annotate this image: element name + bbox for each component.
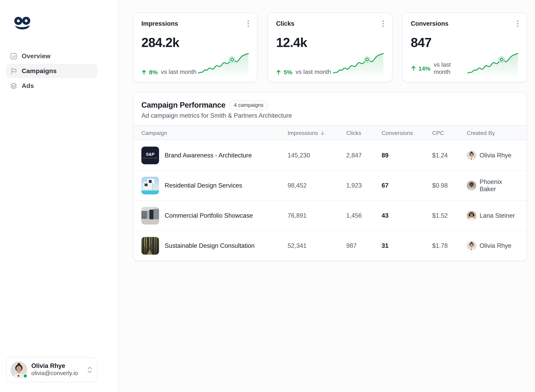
table-row: Commercial Portfolio Showcase 76,891 1,4…: [133, 201, 526, 231]
campaign-thumbnail: [141, 177, 159, 194]
column-header-campaign: Campaign: [141, 130, 288, 136]
column-header-clicks: Clicks: [346, 130, 381, 136]
chevron-up-down-icon: [87, 366, 92, 374]
kebab-menu-button[interactable]: [515, 19, 520, 29]
table-row: Residential Design Services 98,452 1,923…: [133, 170, 526, 201]
sparkline-svg: [467, 50, 519, 79]
kebab-icon: [382, 20, 384, 27]
stat-value: 12.4k: [276, 35, 384, 50]
table-body: S&P ARCHITECTURE Brand Awareness - Archi…: [133, 140, 526, 261]
sidebar-item-ads[interactable]: Ads: [6, 79, 98, 93]
stat-value: 847: [411, 35, 519, 50]
conversions-value: 43: [381, 212, 432, 219]
campaign-name: Residential Design Services: [165, 182, 242, 189]
stat-card-clicks: Clicks 12.4k 5% vs last month: [268, 12, 392, 82]
cpc-value: $0.98: [432, 182, 467, 189]
table-title: Campaign Performance: [141, 101, 226, 110]
user-email: olivia@converly.io: [31, 370, 78, 377]
column-header-impressions[interactable]: Impressions: [288, 130, 346, 136]
converly-logo-icon: [14, 17, 31, 30]
clicks-value: 987: [346, 242, 381, 249]
campaign-thumbnail: [141, 207, 159, 224]
arrow-up-icon: [141, 69, 147, 75]
creator-avatar: [467, 241, 476, 251]
stat-title: Impressions: [141, 20, 178, 27]
avatar-olivia: [467, 241, 476, 251]
arrow-up-icon: [411, 66, 416, 71]
impressions-value: 52,341: [288, 242, 346, 249]
cpc-value: $1.78: [432, 242, 467, 249]
stat-delta-percent: 5%: [284, 69, 292, 75]
stat-delta-label: vs last month: [296, 69, 331, 76]
sparkline-svg: [198, 50, 249, 79]
campaign-name: Brand Awareness - Architecture: [165, 152, 252, 159]
sidebar-item-campaigns[interactable]: Campaigns: [6, 64, 98, 78]
creator-avatar: [467, 211, 476, 220]
cpc-value: $1.52: [432, 212, 467, 219]
kebab-menu-button[interactable]: [381, 19, 385, 29]
svg-text:ARCHITECTURE: ARCHITECTURE: [143, 157, 158, 159]
online-status-dot: [23, 373, 28, 378]
stat-delta-percent: 8%: [149, 69, 158, 75]
sparkline-svg: [332, 50, 384, 79]
stat-delta: 5% vs last month: [276, 69, 331, 79]
user-name: Olivia Rhye: [31, 362, 78, 370]
flag-icon: [10, 67, 17, 75]
campaign-count-badge: 4 campaigns: [230, 100, 268, 110]
avatar-olivia: [467, 150, 476, 160]
kebab-menu-button[interactable]: [246, 19, 251, 29]
table-header-row: Campaign Impressions Clicks Conversions …: [133, 125, 526, 140]
conversions-value: 31: [381, 242, 432, 249]
table-subtitle: Ad campaign metrics for Smith & Partners…: [141, 112, 519, 119]
sort-desc-arrow-icon: [320, 130, 326, 135]
user-menu-button[interactable]: Olivia Rhye olivia@converly.io: [6, 357, 98, 382]
column-header-conversions: Conversions: [381, 130, 432, 136]
impressions-value: 98,452: [288, 182, 346, 189]
stat-delta-label: vs last month: [161, 69, 196, 76]
arrow-up-icon: [276, 69, 281, 75]
stat-card-conversions: Conversions 847 14% vs last month: [402, 12, 527, 82]
kebab-icon: [248, 20, 249, 27]
app-logo[interactable]: [14, 17, 98, 31]
conversions-value: 67: [381, 182, 432, 189]
campaign-performance-card: Campaign Performance 4 campaigns Ad camp…: [133, 92, 527, 261]
layers-icon: [10, 82, 17, 89]
stat-delta-percent: 14%: [418, 65, 430, 72]
conversions-value: 89: [381, 152, 432, 159]
stat-value: 284.2k: [141, 35, 249, 50]
table-row: S&P ARCHITECTURE Brand Awareness - Archi…: [133, 140, 526, 170]
campaign-name: Commercial Portfolio Showcase: [165, 212, 253, 219]
creator-avatar: [467, 150, 476, 160]
stat-delta: 8% vs last month: [141, 69, 196, 79]
stats-row: Impressions 284.2k 8% vs last month: [133, 12, 527, 82]
impressions-value: 76,891: [288, 212, 346, 219]
kebab-icon: [517, 20, 519, 27]
sparkline-chart: [467, 50, 519, 79]
sparkline-chart: [198, 50, 249, 79]
chart-square-icon: [10, 52, 17, 60]
avatar-phoenix: [467, 181, 476, 190]
stat-title: Clicks: [276, 20, 294, 27]
creator-name: Olivia Rhye: [479, 152, 512, 159]
sidebar: Overview Campaigns Ads Olivia Rhye olivi…: [0, 0, 118, 392]
user-avatar: [10, 361, 27, 378]
stat-delta-label: vs last month: [434, 61, 454, 76]
table-row: Sustainable Design Consultation 52,341 9…: [133, 231, 526, 261]
stat-delta: 14% vs last month: [411, 61, 465, 79]
sparkline-chart: [332, 50, 384, 79]
creator-avatar: [467, 181, 476, 190]
creator-name: Lana Steiner: [479, 212, 515, 219]
column-header-created-by: Created By: [467, 130, 519, 136]
sidebar-nav: Overview Campaigns Ads: [6, 49, 98, 93]
app-window: Overview Campaigns Ads Olivia Rhye olivi…: [0, 0, 535, 392]
clicks-value: 2,847: [346, 152, 381, 159]
sidebar-item-overview[interactable]: Overview: [6, 49, 98, 63]
svg-text:S&P: S&P: [146, 152, 154, 156]
avatar-lana: [467, 211, 476, 220]
stat-card-impressions: Impressions 284.2k 8% vs last month: [133, 12, 258, 82]
creator-name: Phoenix Baker: [479, 178, 519, 193]
campaign-thumbnail: S&P ARCHITECTURE: [141, 146, 159, 164]
clicks-value: 1,456: [346, 212, 381, 219]
clicks-value: 1,923: [346, 182, 381, 189]
cpc-value: $1.24: [432, 152, 467, 159]
